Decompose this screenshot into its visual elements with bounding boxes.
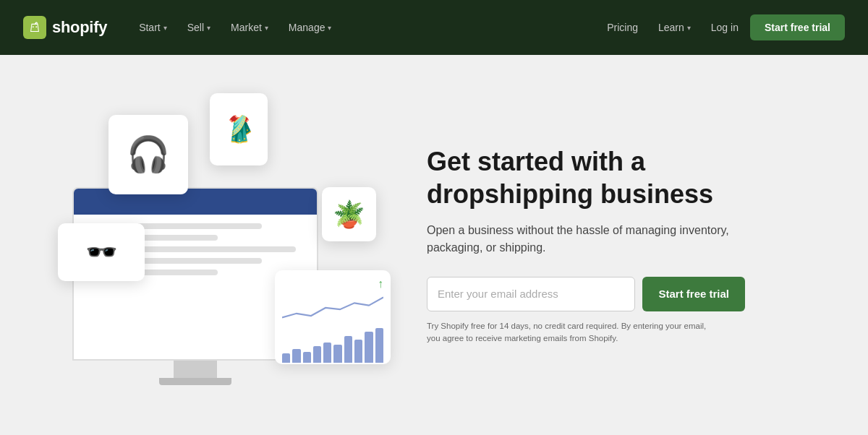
chevron-down-icon: ▾: [687, 24, 691, 32]
headphones-icon: 🎧: [127, 137, 170, 172]
bar: [354, 340, 362, 363]
bar: [375, 328, 383, 363]
chevron-down-icon: ▾: [265, 24, 268, 32]
chevron-down-icon: ▾: [207, 24, 210, 32]
bar: [344, 336, 352, 363]
monitor-base: [159, 378, 231, 385]
chevron-down-icon: ▾: [163, 24, 167, 32]
chart-header: ↑: [282, 277, 383, 290]
bar-chart: [282, 328, 383, 363]
chevron-down-icon: ▾: [328, 24, 331, 32]
nav-market[interactable]: Market ▾: [222, 17, 277, 38]
bar: [323, 343, 331, 363]
hero-start-trial-button[interactable]: Start free trial: [642, 277, 745, 311]
plant-icon: 🪴: [333, 202, 365, 228]
nav-pricing[interactable]: Pricing: [598, 17, 647, 38]
logo[interactable]: shopify: [23, 16, 107, 39]
hero-section: 🎧 🥻 🕶️ 🪴 ↑ Get started with a drops: [0, 55, 868, 435]
bar: [282, 353, 290, 363]
bar: [292, 349, 300, 363]
nav-right-section: Pricing Learn ▾ Log in Start free trial: [598, 14, 845, 40]
nav-sell[interactable]: Sell ▾: [179, 17, 219, 38]
hero-subtext: Open a business without the hassle of ma…: [427, 222, 745, 257]
nav-start-trial-button[interactable]: Start free trial: [750, 14, 845, 40]
hero-headline: Get started with a dropshipping business: [427, 145, 745, 210]
jacket-icon: 🥻: [223, 116, 255, 142]
nav-login[interactable]: Log in: [702, 17, 747, 38]
product-card-jacket: 🥻: [210, 93, 268, 165]
trend-up-icon: ↑: [378, 277, 383, 290]
nav-learn[interactable]: Learn ▾: [650, 17, 699, 38]
sunglasses-icon: 🕶️: [85, 239, 118, 265]
disclaimer-text: Try Shopify free for 14 days, no credit …: [427, 320, 709, 345]
navbar: shopify Start ▾ Sell ▾ Market ▾ Manage ▾…: [0, 0, 868, 55]
bar: [313, 346, 321, 363]
bar: [333, 345, 341, 363]
logo-icon: [23, 16, 46, 39]
monitor-stand: [174, 361, 217, 378]
hero-content: Get started with a dropshipping business…: [427, 145, 745, 345]
nav-primary-links: Start ▾ Sell ▾ Market ▾ Manage ▾: [130, 17, 598, 38]
nav-start[interactable]: Start ▾: [130, 17, 176, 38]
hero-illustration: 🎧 🥻 🕶️ 🪴 ↑: [43, 86, 398, 404]
nav-manage[interactable]: Manage ▾: [280, 17, 341, 38]
bar: [365, 332, 373, 363]
product-card-sunglasses: 🕶️: [58, 223, 145, 281]
bar: [303, 352, 311, 363]
svg-point-0: [33, 26, 34, 27]
logo-wordmark: shopify: [52, 18, 107, 37]
product-card-plant: 🪴: [322, 187, 376, 241]
product-card-headphones: 🎧: [109, 115, 188, 194]
chart-card: ↑: [275, 270, 391, 364]
svg-point-1: [35, 26, 37, 27]
sparkline-chart: [282, 293, 383, 322]
email-input[interactable]: [427, 277, 635, 311]
cta-form: Start free trial: [427, 277, 745, 311]
